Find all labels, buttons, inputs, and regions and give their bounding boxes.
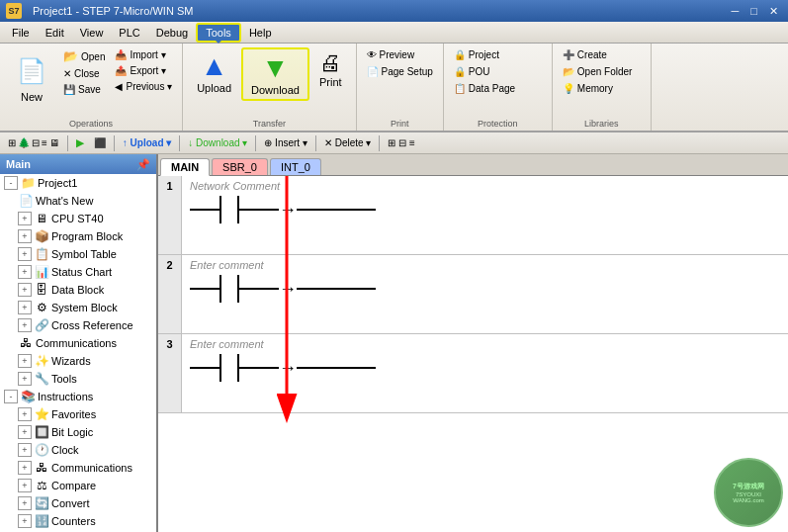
ladder-icon[interactable]: ≡	[42, 137, 47, 148]
previous-button[interactable]: ◀ Previous ▾	[111, 79, 176, 94]
sidebar-item-status-chart[interactable]: + 📊 Status Chart	[0, 263, 156, 281]
menu-item-debug[interactable]: Debug	[148, 25, 196, 41]
page-setup-label: Page Setup	[382, 66, 433, 77]
ladder-hline-2c	[297, 288, 376, 290]
minimize-btn[interactable]: ─	[728, 5, 744, 18]
sidebar-item-project1[interactable]: - 📁 Project1	[0, 174, 156, 192]
counters-expand[interactable]: +	[18, 514, 32, 528]
menu-item-tools[interactable]: Tools	[196, 23, 241, 43]
insert-strip-button[interactable]: ⊕ Insert ▾	[260, 136, 311, 149]
delete-strip-button[interactable]: ✕ Delete ▾	[320, 136, 375, 149]
tab-main[interactable]: MAIN	[160, 158, 210, 176]
open-folder-button[interactable]: 📂 Open Folder	[559, 64, 637, 79]
create-lib-button[interactable]: ➕ Create	[559, 47, 611, 62]
cpu-expand[interactable]: +	[18, 212, 32, 225]
sidebar-item-tools[interactable]: + 🔧 Tools	[0, 370, 156, 388]
sidebar-item-system-block[interactable]: + ⚙ System Block	[0, 299, 156, 316]
sidebar-pin-icon[interactable]: 📌	[136, 158, 150, 171]
misc-strip-buttons[interactable]: ⊞ ⊟ ≡	[384, 136, 418, 149]
tools-expand[interactable]: +	[18, 372, 32, 386]
ladder-hline-1c	[297, 209, 376, 211]
save-button[interactable]: 💾 Save	[59, 82, 109, 97]
data-page-button[interactable]: 📋 Data Page	[450, 81, 519, 96]
system-block-expand[interactable]: +	[18, 301, 32, 314]
sidebar-item-communications[interactable]: 🖧 Communications	[0, 334, 156, 352]
convert-expand[interactable]: +	[18, 496, 32, 510]
new-button[interactable]: 📄 New	[6, 47, 57, 107]
project-icon: 🔒	[454, 49, 466, 60]
tab-sbr0[interactable]: SBR_0	[212, 158, 268, 175]
open-label: Open	[81, 51, 105, 62]
sidebar-item-cpu[interactable]: + 🖥 CPU ST40	[0, 210, 156, 227]
tree-icon[interactable]: 🌲	[18, 137, 30, 148]
instructions-expand[interactable]: -	[4, 390, 18, 403]
instructions-label: Instructions	[38, 391, 93, 402]
open-button[interactable]: 📂 Open	[59, 47, 109, 65]
monitor-icon[interactable]: 🖥	[49, 137, 59, 148]
menu-item-edit[interactable]: Edit	[38, 25, 72, 41]
sidebar-item-cross-reference[interactable]: + 🔗 Cross Reference	[0, 316, 156, 334]
bit-logic-expand[interactable]: +	[18, 425, 32, 439]
favorites-expand[interactable]: +	[18, 407, 32, 421]
preview-label: Preview	[380, 49, 415, 60]
tab-int0[interactable]: INT_0	[270, 158, 321, 175]
sidebar-item-instructions[interactable]: - 📚 Instructions	[0, 388, 156, 405]
print-label: Print	[357, 119, 443, 129]
cross-ref-expand[interactable]: +	[18, 318, 32, 332]
comms2-expand[interactable]: +	[18, 461, 32, 475]
menu-item-view[interactable]: View	[72, 25, 112, 41]
sidebar-item-clock[interactable]: + 🕐 Clock	[0, 441, 156, 459]
upload-button[interactable]: ▲ Upload	[189, 47, 239, 97]
export-button[interactable]: 📤 Export ▾	[111, 63, 176, 78]
preview-button[interactable]: 👁 Preview	[363, 47, 419, 62]
sidebar-item-convert[interactable]: + 🔄 Convert	[0, 494, 156, 512]
maximize-btn[interactable]: □	[746, 5, 761, 18]
compare-expand[interactable]: +	[18, 479, 32, 492]
watermark-box: 7号游戏网 7SYOUXI WANG.com	[714, 458, 783, 527]
grid-icon[interactable]: ⊟	[32, 137, 40, 148]
sidebar-item-favorites[interactable]: + ⭐ Favorites	[0, 405, 156, 423]
stop-button[interactable]: ⬛	[90, 136, 110, 149]
page-setup-button[interactable]: 📄 Page Setup	[363, 64, 437, 79]
menu-item-file[interactable]: File	[4, 25, 38, 41]
play-button[interactable]: ▶	[72, 136, 88, 149]
memory-button[interactable]: 💡 Memory	[559, 81, 617, 96]
ladder-hline-2a	[190, 288, 219, 290]
sidebar-item-bit-logic[interactable]: + 🔲 Bit Logic	[0, 423, 156, 441]
sidebar-item-data-block[interactable]: + 🗄 Data Block	[0, 281, 156, 299]
download-button[interactable]: ▼ Download	[241, 47, 309, 101]
download-icon: ▼	[262, 52, 290, 84]
import-button[interactable]: 📥 Import ▾	[111, 47, 176, 62]
wizards-expand[interactable]: +	[18, 354, 32, 368]
sidebar-item-whats-new[interactable]: 📄 What's New	[0, 192, 156, 210]
project-protect-button[interactable]: 🔒 Project	[450, 47, 503, 62]
sidebar-icon[interactable]: ⊞	[8, 137, 16, 148]
ribbon-group-transfer: ▲ Upload ▼ Download 🖨 Print Transfer	[183, 44, 356, 131]
menu-item-help[interactable]: Help	[241, 25, 280, 41]
status-chart-expand[interactable]: +	[18, 265, 32, 279]
sidebar-item-wizards[interactable]: + ✨ Wizards	[0, 352, 156, 370]
sidebar-item-communications2[interactable]: + 🖧 Communications	[0, 459, 156, 477]
upload-strip-button[interactable]: ↑ Upload ▾	[119, 136, 175, 149]
symbol-table-expand[interactable]: +	[18, 247, 32, 261]
data-block-expand[interactable]: +	[18, 283, 32, 297]
close-btn[interactable]: ✕	[765, 5, 782, 18]
ribbon-group-protection: 🔒 Project 🔒 POU 📋 Data Page Protection	[444, 44, 553, 131]
print-transfer-button[interactable]: 🖨 Print	[311, 47, 350, 91]
memory-label: Memory	[577, 83, 613, 94]
sidebar-item-counters[interactable]: + 🔢 Counters	[0, 512, 156, 530]
memory-icon: 💡	[563, 83, 574, 94]
sidebar-item-symbol-table[interactable]: + 📋 Symbol Table	[0, 245, 156, 263]
download-strip-button[interactable]: ↓ Download ▾	[184, 136, 251, 149]
sidebar-item-program-block[interactable]: + 📦 Program Block	[0, 227, 156, 245]
watermark-line1: 7号游戏网	[733, 482, 764, 491]
close-button[interactable]: ✕ Close	[59, 66, 109, 81]
clock-expand[interactable]: +	[18, 443, 32, 457]
pou-protect-button[interactable]: 🔒 POU	[450, 64, 494, 79]
project1-expand[interactable]: -	[4, 176, 18, 190]
libraries-label: Libraries	[553, 119, 651, 129]
program-block-expand[interactable]: +	[18, 229, 32, 243]
menu-item-plc[interactable]: PLC	[111, 25, 147, 41]
sidebar-item-compare[interactable]: + ⚖ Compare	[0, 477, 156, 494]
clock-icon: 🕐	[34, 442, 49, 458]
